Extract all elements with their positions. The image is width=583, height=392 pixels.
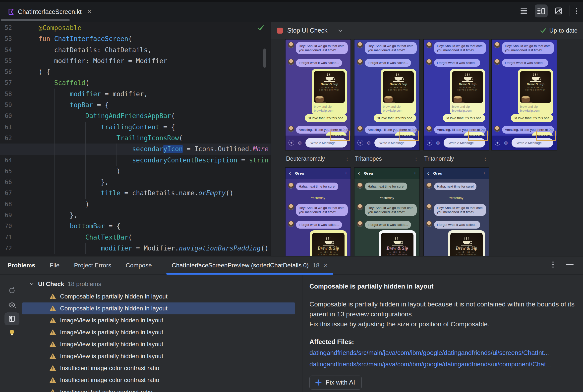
chat-kebab-icon[interactable]: ⋮ — [482, 171, 486, 176]
problem-item[interactable]: ImageView is partially hidden in layout — [22, 314, 302, 326]
emoji-icon[interactable]: ☺ — [435, 140, 441, 146]
chat-kebab-icon[interactable]: ⋮ — [344, 171, 348, 176]
tab-close-icon[interactable]: ✕ — [323, 262, 328, 268]
preview-phone-row1[interactable]: Hey! Should we go to that cafe you menti… — [423, 39, 489, 150]
add-icon[interactable]: + — [288, 140, 294, 146]
code-line[interactable]: secondaryContentDescription = strin — [0, 155, 270, 166]
problem-item[interactable]: Insufficient text color contrast ratio — [22, 386, 302, 392]
panel-tab-compose[interactable]: Compose — [126, 262, 152, 269]
stop-dropdown-chevron-icon[interactable] — [337, 27, 344, 34]
preview-phone-row2[interactable]: ‹Greg⋮Haha, next time for sure!Yesterday… — [285, 167, 351, 256]
shared-link-card[interactable]: Brew & Sip— OHIO —COFFEE COMPANY — [379, 230, 416, 256]
ui-check-group-row[interactable]: UI Check 18 problems — [22, 278, 302, 290]
panel-minimize-icon[interactable] — [563, 262, 576, 268]
warning-icon — [50, 377, 56, 383]
shared-link-card[interactable]: Brew & Sip— OHIO —COFFEE COMPANYbrew and… — [312, 69, 347, 115]
shared-link-card[interactable]: Brew & Sip— OHIO —COFFEE COMPANYbrew and… — [450, 69, 485, 115]
tab-strip-scrollbar[interactable] — [1, 19, 70, 21]
add-icon[interactable]: + — [495, 140, 500, 146]
problem-item[interactable]: ImageView is partially hidden in layout — [22, 326, 302, 338]
avatar — [494, 126, 500, 132]
chat-message-received: Hey! Should we go to that cafe you menti… — [357, 42, 417, 54]
back-icon[interactable]: ‹ — [289, 171, 291, 176]
panel-tab-preview-active[interactable]: ChatInterfaceScreenPreview (sortedChatDe… — [166, 256, 333, 274]
code-line[interactable]: DatingAndFriendsAppBar( — [0, 110, 270, 122]
details-view-icon[interactable] — [5, 312, 20, 325]
coffee-photo — [452, 94, 465, 103]
code-line[interactable]: ) — [0, 199, 270, 210]
code-view-icon[interactable] — [517, 4, 530, 18]
preview-view-icon[interactable] — [552, 4, 565, 18]
inspection-ok-icon[interactable] — [257, 24, 264, 32]
emoji-icon[interactable]: ☺ — [503, 140, 509, 146]
preview-kebab-icon[interactable]: ⋮ — [483, 156, 488, 162]
shared-link-card[interactable]: Brew & Sip— OHIO —COFFEE COMPANY — [310, 230, 347, 256]
preview-phone-row1[interactable]: Hey! Should we go to that cafe you menti… — [285, 39, 351, 150]
problem-item[interactable]: Composable is partially hidden in layout — [22, 302, 295, 314]
code-line[interactable]: bottomBar = { — [0, 220, 270, 232]
affected-file-link[interactable]: datingandfriends/src/main/java/com/ibm/g… — [310, 360, 583, 368]
tab-close-icon[interactable]: ✕ — [87, 8, 92, 15]
preview-kebab-icon[interactable]: ⋮ — [413, 156, 419, 162]
affected-file-link[interactable]: datingandfriends/src/main/java/com/ibm/g… — [310, 348, 583, 357]
shared-link-card[interactable]: Brew & Sip— OHIO —COFFEE COMPANYbrew and… — [518, 69, 553, 115]
card-sub-text: — OHIO — — [389, 251, 406, 253]
add-icon[interactable]: + — [358, 140, 363, 146]
split-view-icon[interactable] — [535, 4, 548, 18]
shared-link-card[interactable]: Brew & Sip— OHIO —COFFEE COMPANY — [448, 230, 485, 256]
problem-item[interactable]: ImageView is partially hidden in layout — [22, 350, 302, 362]
code-line[interactable]: TrailingIconsRow( — [0, 132, 270, 144]
code-line[interactable]: ChatTextBar( — [0, 232, 270, 243]
editor-tab-chatinterfacescreen[interactable]: ChatInterfaceScreen.kt ✕ — [5, 4, 95, 19]
card-image: Brew & Sip— OHIO —COFFEE COMPANY — [312, 233, 345, 256]
problem-item[interactable]: ImageView is partially hidden in layout — [22, 338, 302, 350]
code-line[interactable]: trailingContent = { — [0, 122, 270, 132]
preview-phone-row1[interactable]: Hey! Should we go to that cafe you menti… — [491, 39, 557, 150]
eye-filter-icon[interactable] — [5, 298, 20, 312]
add-icon[interactable]: + — [427, 140, 432, 146]
panel-tab-problems[interactable]: Problems — [8, 262, 35, 269]
code-line[interactable]: ) — [0, 166, 270, 176]
preview-kebab-icon[interactable]: ⋮ — [345, 156, 350, 162]
code-area[interactable]: @Composablefun ChatInterfaceScreen( chat… — [0, 22, 270, 256]
panel-tab-file[interactable]: File — [50, 262, 60, 269]
preview-phone-row2[interactable]: ‹Greg⋮Haha, next time for sure!Yesterday… — [354, 167, 420, 256]
problem-item[interactable]: Insufficient image color contrast ratio — [22, 374, 302, 386]
lightbulb-icon[interactable] — [5, 326, 20, 339]
code-line[interactable]: onAddClick = {} — [0, 254, 270, 256]
code-line[interactable]: Scaffold( — [0, 77, 270, 88]
problem-item[interactable]: Composable is partially hidden in layout — [22, 290, 302, 302]
emoji-icon[interactable]: ☺ — [366, 140, 372, 146]
problem-item[interactable]: Insufficient image color contrast ratio — [22, 362, 302, 374]
code-line[interactable]: topBar = { — [0, 100, 270, 110]
code-line[interactable]: title = chatDetails.name.orEmpty() — [0, 188, 270, 198]
code-editor[interactable]: 5253545556575859606162636465666768697071… — [0, 22, 271, 256]
avatar — [288, 221, 294, 227]
code-line[interactable]: ) { — [0, 66, 270, 77]
code-line[interactable]: modifier = Modifier.navigationBarsPaddin… — [0, 243, 270, 254]
code-line[interactable]: modifier: Modifier = Modifier — [0, 56, 270, 66]
code-line[interactable]: secondaryIcon = Icons.Outlined.More — [0, 144, 270, 154]
refresh-icon[interactable] — [5, 284, 20, 297]
back-icon[interactable]: ‹ — [358, 171, 360, 176]
code-line[interactable]: modifier = modifier, — [0, 88, 270, 100]
code-line[interactable]: }, — [0, 176, 270, 188]
preview-phone-row2[interactable]: ‹Greg⋮Haha, next time for sure!Yesterday… — [423, 167, 489, 256]
panel-tab-project-errors[interactable]: Project Errors — [74, 262, 111, 269]
problems-tree[interactable]: UI Check 18 problems Composable is parti… — [22, 274, 302, 392]
panel-kebab-menu-icon[interactable] — [551, 260, 555, 269]
chat-kebab-icon[interactable]: ⋮ — [413, 171, 417, 176]
main-kebab-menu-icon[interactable] — [574, 6, 578, 16]
preview-canvas[interactable]: Hey! Should we go to that cafe you menti… — [271, 39, 583, 256]
preview-phone-row1[interactable]: Hey! Should we go to that cafe you menti… — [354, 39, 420, 150]
code-line[interactable]: @Composable — [0, 22, 270, 33]
code-line[interactable]: fun ChatInterfaceScreen( — [0, 33, 270, 44]
shared-link-card[interactable]: Brew & Sip— OHIO —COFFEE COMPANYbrew and… — [381, 69, 416, 115]
back-icon[interactable]: ‹ — [427, 171, 429, 176]
fix-with-ai-button[interactable]: Fix with AI — [310, 376, 362, 390]
code-line[interactable]: chatDetails: ChatDetails, — [0, 44, 270, 56]
stop-ui-check-button[interactable]: Stop UI Check — [277, 27, 327, 34]
editor-scrollbar[interactable] — [263, 48, 266, 68]
code-line[interactable]: }, — [0, 210, 270, 220]
emoji-icon[interactable]: ☺ — [297, 140, 303, 146]
